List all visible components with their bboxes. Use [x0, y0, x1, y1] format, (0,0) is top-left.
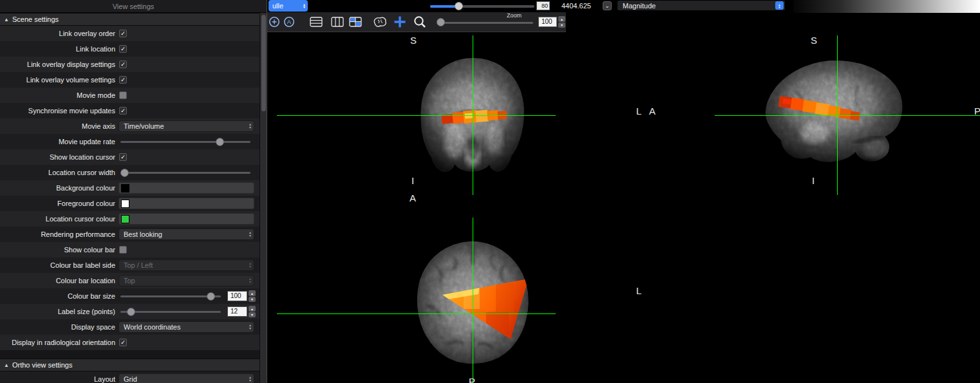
- scrollbar-thumb[interactable]: [261, 15, 266, 111]
- setting-row: Label size (points)12▴▾: [0, 304, 259, 319]
- layout-vertical-icon[interactable]: [331, 17, 344, 30]
- slider-thumb[interactable]: [216, 138, 224, 146]
- layout-grid-icon[interactable]: [349, 17, 362, 30]
- svg-text:A: A: [287, 18, 292, 25]
- checkbox[interactable]: ✓: [119, 30, 127, 37]
- section-header[interactable]: ▲Scene settings: [0, 13, 259, 26]
- color-picker-button[interactable]: [118, 213, 254, 225]
- section-header[interactable]: ▲Ortho view settings: [0, 359, 259, 371]
- setting-dropdown[interactable]: World coordinates▴▾: [118, 321, 254, 333]
- coronal-brain-image[interactable]: [393, 51, 554, 183]
- cursor-line-axial-vertical: [473, 218, 473, 383]
- setting-label: Link overlay volume settings: [0, 76, 118, 84]
- setting-dropdown[interactable]: Top / Left▴▾: [118, 259, 254, 271]
- layout-horizontal-icon[interactable]: [310, 17, 323, 30]
- chevron-updown-icon: ▴▾: [249, 262, 251, 268]
- chevron-updown-icon: ▴▾: [249, 324, 251, 330]
- setting-row: Show location cursor✓: [0, 149, 259, 165]
- stepper-up-icon[interactable]: ▴: [249, 290, 256, 296]
- stepper-up-icon[interactable]: ▴: [249, 306, 256, 312]
- slider-thumb[interactable]: [127, 308, 135, 316]
- zoom-magnifier-icon[interactable]: [413, 15, 427, 32]
- zoom-slider-thumb[interactable]: [437, 18, 445, 26]
- checkbox[interactable]: ✓: [119, 61, 127, 68]
- color-picker-button[interactable]: [118, 198, 254, 209]
- setting-row: Link location✓: [0, 41, 259, 57]
- dropdown-value: Time/volume: [124, 122, 164, 130]
- display-range-slider-thumb[interactable]: [455, 2, 463, 10]
- setting-label: Link location: [0, 45, 118, 53]
- setting-label: Show location cursor: [0, 153, 118, 161]
- setting-dropdown[interactable]: Time/volume▴▾: [118, 120, 254, 132]
- zoom-stepper[interactable]: ▴▾: [558, 16, 565, 28]
- setting-row: Show colour bar: [0, 242, 259, 257]
- stepper[interactable]: ▴▾: [249, 290, 256, 302]
- setting-row: Location cursor width: [0, 165, 259, 180]
- sagittal-brain-image[interactable]: [757, 53, 911, 182]
- cursor-line-axial-horizontal: [277, 313, 556, 314]
- orientation-label: A: [410, 192, 416, 203]
- setting-row: Background colour: [0, 180, 259, 196]
- chevron-updown-icon: ▴▾: [249, 277, 251, 284]
- setting-dropdown[interactable]: Grid▴▾: [118, 373, 254, 383]
- chevron-updown-icon: ▴▾: [775, 1, 784, 10]
- checkbox[interactable]: [119, 246, 127, 254]
- settings-rows: ▲Scene settingsLink overlay order✓Link l…: [0, 13, 259, 383]
- display-range-slider-track[interactable]: [430, 5, 534, 8]
- chevron-updown-icon: ▴▾: [249, 231, 251, 238]
- color-picker-button[interactable]: [118, 182, 254, 194]
- setting-row: Foreground colour: [0, 196, 259, 211]
- setting-dropdown[interactable]: Best looking▴▾: [118, 229, 254, 240]
- setting-label: Link overlay display settings: [0, 61, 118, 68]
- chevron-updown-icon: ▴▾: [249, 123, 251, 129]
- zoom-value-spinbox[interactable]: 100: [538, 17, 557, 27]
- checkbox[interactable]: ✓: [119, 107, 127, 115]
- setting-dropdown[interactable]: Top▴▾: [118, 275, 254, 286]
- checkbox[interactable]: ✓: [119, 45, 127, 53]
- stepper-down-icon[interactable]: ▾: [558, 23, 565, 28]
- brain-outline-icon[interactable]: [372, 15, 388, 31]
- slider-track[interactable]: [120, 141, 250, 143]
- setting-row: Colour bar label sideTop / Left▴▾: [0, 257, 259, 273]
- chevron-updown-icon: ▴▾: [303, 3, 305, 8]
- vector-display-dropdown[interactable]: Magnitude ▴▾: [617, 0, 786, 11]
- overlay-name-dropdown[interactable]: ulle ▴▾: [269, 0, 308, 12]
- setting-row: Location cursor colour: [0, 211, 259, 227]
- reset-view-icon[interactable]: [269, 16, 280, 30]
- mini-spinbox[interactable]: 80: [536, 1, 550, 10]
- setting-row: Colour bar locationTop▴▾: [0, 273, 259, 288]
- value-dropdown-button[interactable]: ⌄: [603, 1, 612, 10]
- setting-row: Movie update rate: [0, 134, 259, 149]
- checkbox[interactable]: ✓: [119, 339, 127, 346]
- slider-thumb[interactable]: [207, 292, 215, 301]
- setting-row: Link overlay display settings✓: [0, 57, 259, 72]
- checkbox[interactable]: [119, 91, 127, 99]
- stepper-down-icon[interactable]: ▾: [249, 297, 256, 303]
- setting-label: Synchronise movie updates: [0, 107, 118, 115]
- stepper-up-icon[interactable]: ▴: [558, 16, 565, 22]
- stepper[interactable]: ▴▾: [249, 306, 256, 317]
- panel-scrollbar[interactable]: [259, 13, 267, 383]
- setting-row: Synchronise movie updates✓: [0, 103, 259, 118]
- slider-track[interactable]: [120, 172, 250, 174]
- setting-label: Rendering performance: [0, 230, 118, 238]
- crosshair-tool-icon[interactable]: [393, 15, 407, 32]
- setting-label: Display space: [0, 323, 118, 331]
- zoom-slider-track[interactable]: [442, 22, 533, 24]
- checkbox[interactable]: ✓: [119, 153, 127, 161]
- stepper-down-icon[interactable]: ▾: [249, 312, 256, 318]
- panel-title: View settings: [0, 0, 267, 13]
- checkbox[interactable]: ✓: [119, 76, 127, 84]
- slider-track[interactable]: [120, 311, 221, 313]
- view-settings-panel: View settings ▲Scene settingsLink overla…: [0, 0, 267, 383]
- annotation-icon[interactable]: A: [283, 16, 295, 30]
- orientation-label: I: [411, 175, 414, 186]
- setting-label: Colour bar location: [0, 277, 118, 285]
- value-spinbox[interactable]: 100: [227, 291, 247, 301]
- setting-row: Rendering performanceBest looking▴▾: [0, 227, 259, 242]
- slider-track[interactable]: [120, 295, 221, 297]
- slider-thumb[interactable]: [120, 169, 129, 177]
- axial-brain-image[interactable]: [402, 235, 544, 373]
- section-title: Scene settings: [12, 15, 59, 23]
- value-spinbox[interactable]: 12: [227, 306, 247, 317]
